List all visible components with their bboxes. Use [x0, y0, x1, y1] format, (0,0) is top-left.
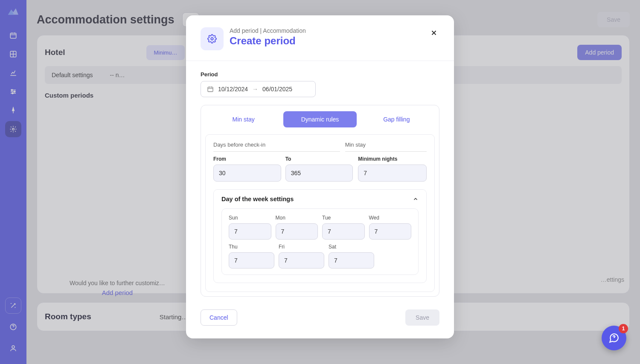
dow-tue-label: Tue: [322, 215, 365, 221]
save-button[interactable]: Save: [405, 309, 439, 326]
dow-settings: Day of the week settings Sun Mon Tue Wed: [213, 189, 427, 283]
period-label: Period: [201, 71, 439, 78]
dow-sat-input[interactable]: [329, 252, 374, 269]
dynamic-rules-panel: Days before check-in Min stay From To: [205, 134, 435, 292]
col-days-label: Days before check-in: [213, 142, 340, 152]
dow-mon-input[interactable]: [276, 223, 318, 240]
dow-title: Day of the week settings: [221, 196, 294, 202]
dow-sat-label: Sat: [329, 244, 374, 250]
chevron-up-icon: [413, 196, 419, 202]
help-fab[interactable]: 1: [602, 326, 626, 350]
dow-wed-input[interactable]: [369, 223, 412, 240]
min-nights-input[interactable]: [358, 165, 427, 182]
date-from: 10/12/2024: [218, 86, 248, 92]
col-min-label: Min stay: [345, 142, 427, 152]
to-label: To: [285, 156, 353, 162]
gear-icon: [201, 27, 224, 50]
dow-mon-label: Mon: [276, 215, 318, 221]
dow-sun-input[interactable]: [229, 223, 271, 240]
modal-subtitle: Add period | Accommodation: [230, 27, 306, 34]
chat-help-icon: [608, 332, 620, 344]
tab-min-stay[interactable]: Min stay: [207, 111, 280, 127]
calendar-icon: [207, 86, 214, 92]
to-input[interactable]: [285, 165, 353, 182]
dow-sun-label: Sun: [229, 215, 271, 221]
from-label: From: [213, 156, 281, 162]
cancel-button[interactable]: Cancel: [201, 309, 237, 326]
notification-badge: 1: [619, 324, 628, 333]
dow-fri-input[interactable]: [279, 252, 324, 269]
dow-toggle[interactable]: Day of the week settings: [214, 190, 426, 208]
dow-wed-label: Wed: [369, 215, 412, 221]
close-icon[interactable]: [428, 27, 439, 38]
min-nights-label: Minimum nights: [358, 156, 427, 162]
svg-point-8: [211, 38, 213, 40]
svg-rect-9: [208, 87, 213, 92]
tab-dynamic-rules[interactable]: Dynamic rules: [283, 111, 356, 127]
date-to: 06/01/2025: [262, 86, 292, 92]
arrow-right-icon: →: [252, 86, 258, 92]
from-input[interactable]: [213, 165, 281, 182]
modal-overlay: Add period | Accommodation Create period…: [0, 0, 640, 364]
create-period-modal: Add period | Accommodation Create period…: [186, 15, 454, 338]
dow-thu-label: Thu: [229, 244, 274, 250]
dow-fri-label: Fri: [279, 244, 324, 250]
dow-thu-input[interactable]: [229, 252, 274, 269]
rules-container: Min stay Dynamic rules Gap filling Days …: [201, 105, 439, 297]
tab-gap-filling[interactable]: Gap filling: [360, 111, 433, 127]
date-range-input[interactable]: 10/12/2024 → 06/01/2025: [201, 81, 316, 97]
dow-tue-input[interactable]: [322, 223, 365, 240]
modal-title: Create period: [230, 35, 306, 47]
